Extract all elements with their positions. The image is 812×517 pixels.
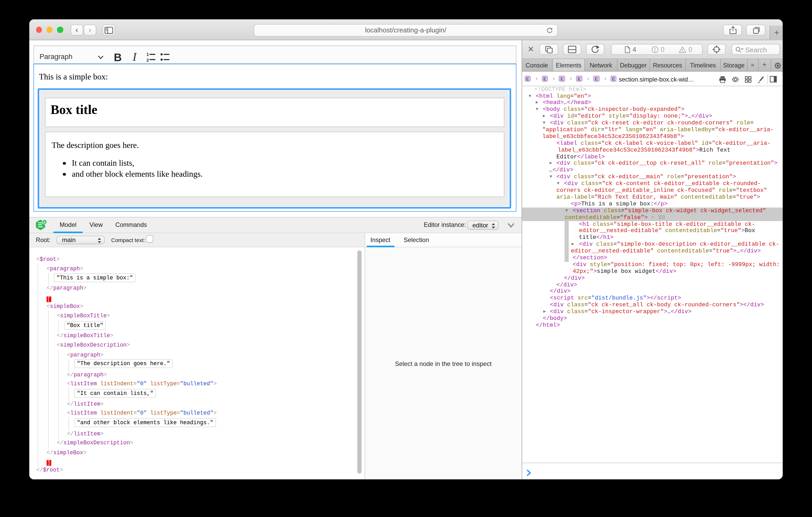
svg-text:5: 5 bbox=[44, 220, 46, 224]
svg-text:2: 2 bbox=[146, 58, 149, 62]
svg-text:1: 1 bbox=[146, 52, 149, 57]
